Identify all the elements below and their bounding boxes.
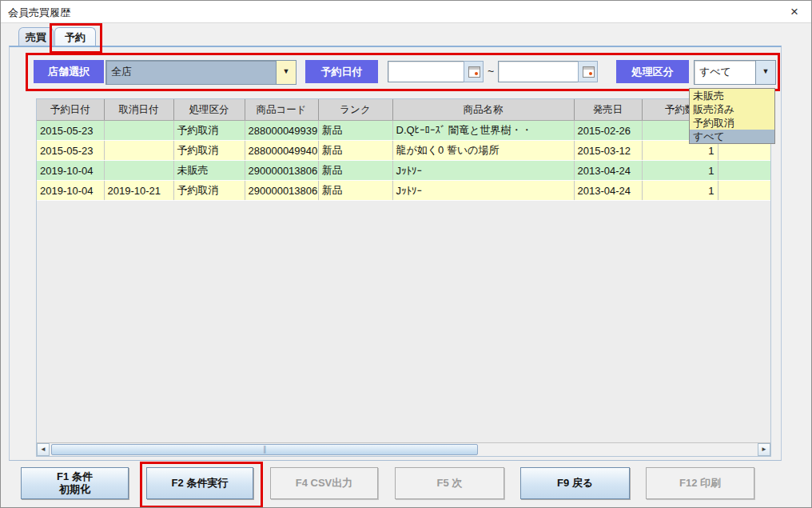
category-value: すべて <box>695 61 755 84</box>
category-label: 処理区分 <box>616 60 689 83</box>
scroll-right-icon[interactable]: ► <box>758 443 770 456</box>
col-header-category[interactable]: 処理区分 <box>173 99 245 121</box>
cell-product-code: 290000013806 <box>245 161 318 181</box>
category-dropdown-list: 未販売 販売済み 予約取消 すべて <box>689 88 775 144</box>
f5-next-button[interactable]: F5 次 <box>395 467 504 499</box>
title-bar: 会員売買履歴 × <box>1 1 811 23</box>
cell-category: 予約取消 <box>173 121 245 141</box>
cell-rank: 新品 <box>318 181 392 201</box>
tab-baibai[interactable]: 売買 <box>18 27 54 46</box>
date-range-separator: ~ <box>484 61 498 82</box>
cell-product-code: 290000013806 <box>245 181 318 201</box>
f2-execute-conditions-button[interactable]: F2 条件実行 <box>146 467 253 499</box>
cell-reserve-date: 2015-05-23 <box>37 121 104 141</box>
col-header-product-name[interactable]: 商品名称 <box>392 99 574 121</box>
table-header-row: 予約日付 取消日付 処理区分 商品コード ランク 商品名称 発売日 予約数 <box>37 99 770 121</box>
cell-reserve-date: 2015-05-23 <box>37 141 104 161</box>
store-select-label: 店舗選択 <box>34 60 104 83</box>
reservation-table-area: 予約日付 取消日付 処理区分 商品コード ランク 商品名称 発売日 予約数 <box>36 98 771 457</box>
cell-product-code: 288000049940 <box>245 141 318 161</box>
cell-reserve-qty: 1 <box>642 161 718 181</box>
store-select-combobox[interactable]: 全店 ▼ <box>105 60 297 85</box>
cell-reserve-date: 2019-10-04 <box>37 181 104 201</box>
cell-category: 予約取消 <box>173 181 245 201</box>
window-title: 会員売買履歴 <box>8 6 70 20</box>
store-select-value: 全店 <box>106 61 276 84</box>
cell-cancel-date <box>104 161 173 181</box>
cell-release-date: 2015-03-12 <box>574 141 642 161</box>
scrollbar-thumb[interactable]: ║ <box>51 444 478 455</box>
dropdown-option-all[interactable]: すべて <box>690 130 774 143</box>
table-row[interactable]: 2015-05-23 予約取消 288000049940 新品 龍が如く0 誓い… <box>37 141 770 161</box>
col-header-reserve-date[interactable]: 予約日付 <box>37 99 104 121</box>
scroll-left-icon[interactable]: ◄ <box>37 443 50 456</box>
cell-category: 未販売 <box>173 161 245 181</box>
f12-print-button[interactable]: F12 印刷 <box>646 467 754 499</box>
cell-rank: 新品 <box>318 121 392 141</box>
dropdown-option-cancelled[interactable]: 予約取消 <box>690 116 774 130</box>
table-viewport: 予約日付 取消日付 処理区分 商品コード ランク 商品名称 発売日 予約数 <box>37 99 770 202</box>
cell-reserve-qty: 1 <box>642 181 718 201</box>
cell-cancel-date <box>104 121 173 141</box>
horizontal-scrollbar[interactable]: ◄ ║ ► <box>37 442 770 456</box>
f1-reset-conditions-button[interactable]: F1 条件 初期化 <box>21 467 129 499</box>
cell-rank: 新品 <box>318 161 392 181</box>
cell-cancel-date: 2019-10-21 <box>104 181 173 201</box>
reserve-date-from-input[interactable] <box>388 61 464 82</box>
calendar-icon <box>583 66 595 78</box>
cell-product-name: D.Qﾋｰﾛｰｽﾞ 闇竜と世界樹・・ <box>392 121 574 141</box>
cell-cancel-date <box>104 141 173 161</box>
col-header-release-date[interactable]: 発売日 <box>574 99 642 121</box>
category-combobox[interactable]: すべて ▼ <box>694 60 776 85</box>
cell-release-date: 2013-04-24 <box>574 161 642 181</box>
tab-content-panel: 店舗選択 全店 ▼ 予約日付 ~ 処理区分 すべて ▼ <box>9 46 782 461</box>
cell-category: 予約取消 <box>173 141 245 161</box>
reserve-date-label: 予約日付 <box>305 60 378 83</box>
calendar-button-from[interactable] <box>464 61 484 82</box>
cell-amount: 100 <box>718 181 770 201</box>
f9-back-button[interactable]: F9 戻る <box>520 467 630 499</box>
cell-reserve-date: 2019-10-04 <box>37 161 104 181</box>
cell-product-name: 龍が如く0 誓いの場所 <box>392 141 574 161</box>
chevron-down-icon[interactable]: ▼ <box>755 61 775 84</box>
cell-release-date: 2015-02-26 <box>574 121 642 141</box>
f4-csv-export-button[interactable]: F4 CSV出力 <box>270 467 378 499</box>
col-header-product-code[interactable]: 商品コード <box>245 99 318 121</box>
reservation-table: 予約日付 取消日付 処理区分 商品コード ランク 商品名称 発売日 予約数 <box>37 99 770 201</box>
close-icon[interactable]: × <box>786 3 803 21</box>
table-row[interactable]: 2019-10-04 2019-10-21 予約取消 290000013806 … <box>37 181 770 201</box>
table-row[interactable]: 2019-10-04 未販売 290000013806 新品 Jｯﾄｿｰ 201… <box>37 161 770 181</box>
cell-product-name: Jｯﾄｿｰ <box>392 161 574 181</box>
cell-rank: 新品 <box>318 141 392 161</box>
dropdown-option-sold[interactable]: 販売済み <box>690 102 774 116</box>
dropdown-option-unsold[interactable]: 未販売 <box>690 89 774 102</box>
table-row[interactable]: 2015-05-23 予約取消 288000049939 新品 D.Qﾋｰﾛｰｽ… <box>37 121 770 141</box>
member-trade-history-window: 会員売買履歴 × 売買 予約 店舗選択 全店 ▼ 予約日付 ~ 処理区分 すべて… <box>0 0 812 508</box>
calendar-button-to[interactable] <box>578 61 598 82</box>
reserve-date-to-input[interactable] <box>498 61 579 82</box>
col-header-rank[interactable]: ランク <box>318 99 392 121</box>
col-header-cancel-date[interactable]: 取消日付 <box>104 99 173 121</box>
cell-amount: 1,000 <box>718 161 770 181</box>
cell-release-date: 2013-04-24 <box>574 181 642 201</box>
cell-product-name: Jｯﾄｿｰ <box>392 181 574 201</box>
tab-yoyaku[interactable]: 予約 <box>54 27 96 46</box>
calendar-icon <box>468 66 480 78</box>
chevron-down-icon[interactable]: ▼ <box>276 61 296 84</box>
cell-product-code: 288000049939 <box>245 121 318 141</box>
